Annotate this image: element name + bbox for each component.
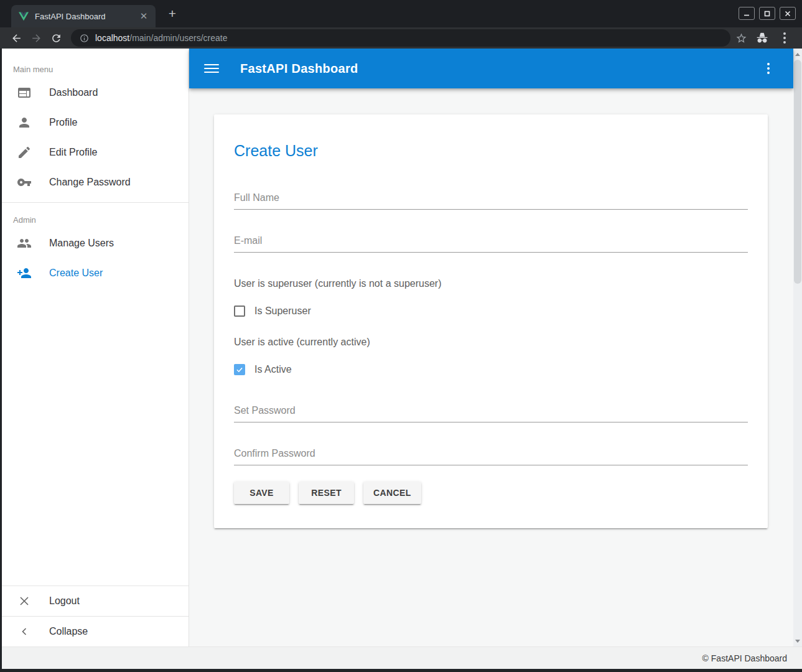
tab-title: FastAPI Dashboard <box>35 12 138 21</box>
set-password-input[interactable] <box>234 405 748 422</box>
sidebar-item-manage-users[interactable]: Manage Users <box>2 228 189 258</box>
sidebar-section-main-menu: Main menu <box>13 65 189 74</box>
active-checkbox-row[interactable]: Is Active <box>234 364 748 375</box>
scrollbar-thumb[interactable] <box>794 60 801 284</box>
close-button[interactable] <box>780 7 796 20</box>
browser-menu-icon[interactable] <box>777 30 792 45</box>
sidebar-spacer <box>2 288 189 586</box>
dashboard-icon <box>17 85 32 100</box>
page-viewport: Main menu Dashboard Profile <box>2 49 802 669</box>
sidebar-item-edit-profile[interactable]: Edit Profile <box>2 138 189 167</box>
sidebar-item-profile[interactable]: Profile <box>2 108 189 138</box>
sidebar-item-change-password[interactable]: Change Password <box>2 167 189 197</box>
vue-logo-icon <box>19 12 29 21</box>
sidebar-item-label: Create User <box>49 268 103 279</box>
set-password-field-wrap <box>234 405 748 422</box>
tab-close-icon[interactable]: ✕ <box>138 11 149 22</box>
full-name-field-wrap <box>234 192 748 210</box>
confirm-password-field-wrap <box>234 448 748 465</box>
active-checkbox[interactable] <box>234 364 245 375</box>
bookmark-star-icon[interactable] <box>735 32 747 44</box>
page-scrollbar[interactable] <box>793 49 802 646</box>
sidebar-item-create-user[interactable]: Create User <box>2 258 189 288</box>
incognito-icon <box>756 32 768 44</box>
sidebar-divider <box>2 202 189 203</box>
new-tab-button[interactable]: + <box>164 6 180 22</box>
url-host: localhost <box>95 33 129 43</box>
save-button[interactable]: SAVE <box>234 482 289 504</box>
url-path: /main/admin/users/create <box>129 33 227 43</box>
page-title: Create User <box>234 142 748 160</box>
window-controls <box>739 7 796 20</box>
sidebar-item-logout[interactable]: Logout <box>2 586 189 616</box>
active-checkbox-label: Is Active <box>254 364 292 375</box>
person-add-icon <box>17 266 32 281</box>
create-user-card: Create User User is superuser (currently… <box>214 114 768 528</box>
browser-window: FastAPI Dashboard ✕ + local <box>0 0 802 672</box>
reload-icon[interactable] <box>49 30 63 45</box>
back-icon[interactable] <box>9 30 24 45</box>
forward-icon[interactable] <box>29 30 44 45</box>
confirm-password-input[interactable] <box>234 448 748 465</box>
footer-copyright: © FastAPI Dashboard <box>702 653 787 663</box>
superuser-checkbox-row[interactable]: Is Superuser <box>234 306 748 317</box>
superuser-note: User is superuser (currently is not a su… <box>234 278 748 289</box>
sidebar-item-label: Collapse <box>49 626 88 637</box>
full-name-input[interactable] <box>234 192 748 210</box>
maximize-button[interactable] <box>759 7 775 20</box>
superuser-checkbox-label: Is Superuser <box>254 306 311 317</box>
scroll-down-icon[interactable] <box>793 637 802 645</box>
browser-tab[interactable]: FastAPI Dashboard ✕ <box>11 5 156 27</box>
scroll-up-icon[interactable] <box>793 50 802 58</box>
app-title: FastAPI Dashboard <box>240 62 358 76</box>
email-field-wrap <box>234 235 748 253</box>
close-x-icon <box>17 594 32 609</box>
person-icon <box>17 115 32 130</box>
browser-titlebar: FastAPI Dashboard ✕ + <box>0 0 802 27</box>
url-text: localhost/main/admin/users/create <box>95 33 227 43</box>
sidebar-item-label: Logout <box>49 595 80 607</box>
key-icon <box>17 175 32 190</box>
sidebar-item-label: Change Password <box>49 177 131 188</box>
address-bar[interactable]: localhost/main/admin/users/create <box>71 29 730 47</box>
main-area: FastAPI Dashboard Create User <box>189 49 793 646</box>
main-content: Create User User is superuser (currently… <box>189 88 793 646</box>
sidebar-item-label: Dashboard <box>49 87 98 98</box>
appbar-menu-icon[interactable] <box>761 61 776 76</box>
pencil-icon <box>17 145 32 160</box>
sidebar-section-admin: Admin <box>13 215 189 225</box>
reset-button[interactable]: RESET <box>299 482 354 504</box>
active-note: User is active (currently active) <box>234 337 748 348</box>
email-input[interactable] <box>234 235 748 253</box>
superuser-checkbox[interactable] <box>234 306 245 317</box>
spacer <box>234 395 748 405</box>
toolbar-right <box>735 30 792 45</box>
sidebar-item-label: Edit Profile <box>49 147 97 158</box>
page-footer: © FastAPI Dashboard <box>2 646 802 669</box>
sidebar-item-label: Profile <box>49 117 77 128</box>
sidebar-item-collapse[interactable]: Collapse <box>2 617 189 646</box>
sidebar-item-dashboard[interactable]: Dashboard <box>2 78 189 108</box>
sidebar-item-label: Manage Users <box>49 238 114 249</box>
chevron-left-icon <box>17 624 32 639</box>
minimize-button[interactable] <box>739 7 755 20</box>
cancel-button[interactable]: CANCEL <box>363 482 421 504</box>
browser-toolbar: localhost/main/admin/users/create <box>0 27 802 49</box>
form-actions: SAVE RESET CANCEL <box>234 482 748 504</box>
page-frame: Main menu Dashboard Profile <box>0 49 802 672</box>
info-icon[interactable] <box>80 34 89 43</box>
people-icon <box>17 236 32 251</box>
app-bar: FastAPI Dashboard <box>189 49 793 88</box>
hamburger-menu-icon[interactable] <box>204 61 219 76</box>
sidebar: Main menu Dashboard Profile <box>2 49 189 646</box>
